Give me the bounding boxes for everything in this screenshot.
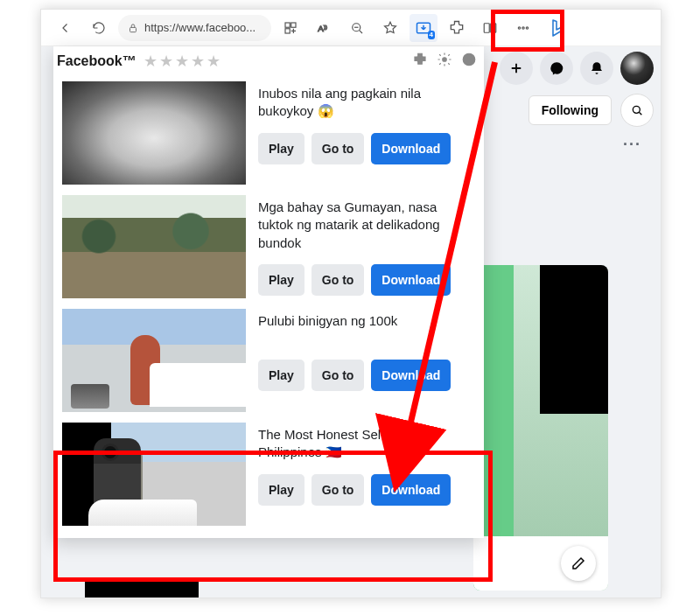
extensions-button[interactable] <box>443 14 471 42</box>
video-item: Inubos nila ang pagkain nila bukoykoy 😱 … <box>53 76 484 190</box>
bottom-strip <box>85 578 199 598</box>
fb-profile-actions: Following <box>528 94 654 127</box>
download-button[interactable]: Download <box>371 360 451 391</box>
more-button[interactable] <box>509 14 537 42</box>
video-thumbnail[interactable] <box>62 195 246 298</box>
panel-title: Facebook™ <box>57 53 136 69</box>
video-item: The Most Honest Seller in the Philippine… <box>53 417 484 531</box>
download-button[interactable]: Download <box>371 264 451 296</box>
play-button[interactable]: Play <box>258 133 304 164</box>
svg-rect-2 <box>291 23 296 27</box>
favorites-button[interactable] <box>376 14 404 42</box>
fb-top-actions <box>500 52 661 85</box>
zoom-out-button[interactable] <box>343 14 371 42</box>
split-screen-button[interactable] <box>476 14 504 42</box>
following-button[interactable]: Following <box>528 95 612 125</box>
video-item: Pulubi binigyan ng 100k Play Go to Downl… <box>53 304 484 417</box>
svg-point-12 <box>526 26 528 28</box>
lock-icon <box>127 22 139 34</box>
refresh-button[interactable] <box>85 14 113 42</box>
svg-rect-9 <box>491 23 496 32</box>
video-thumbnail[interactable] <box>62 81 246 185</box>
goto-button[interactable]: Go to <box>312 360 365 391</box>
edit-post-button[interactable] <box>561 546 596 581</box>
post-menu-button[interactable]: ··· <box>623 136 641 154</box>
post-video-region[interactable] <box>540 265 608 414</box>
notifications-button[interactable] <box>580 52 613 85</box>
panel-header: Facebook™ ★★★★★ <box>53 46 484 76</box>
browser-toolbar: https://www.faceboo... A)) 4 <box>41 10 661 46</box>
video-thumbnail[interactable] <box>62 309 246 412</box>
play-button[interactable]: Play <box>258 360 304 391</box>
video-title: Inubos nila ang pagkain nila bukoykoy 😱 <box>258 85 475 121</box>
browser-window: https://www.faceboo... A)) 4 <box>40 9 662 598</box>
bing-button[interactable] <box>542 13 572 43</box>
svg-point-10 <box>518 26 520 28</box>
svg-text:)): )) <box>324 24 327 29</box>
rating-stars[interactable]: ★★★★★ <box>144 52 221 71</box>
video-title: The Most Honest Seller in the Philippine… <box>258 426 475 462</box>
video-title: Mga bahay sa Gumayan, nasa tuktok ng mat… <box>258 199 475 252</box>
panel-puzzle-icon[interactable] <box>412 52 428 71</box>
following-label: Following <box>542 103 598 117</box>
svg-point-13 <box>633 106 640 113</box>
play-button[interactable]: Play <box>258 474 304 506</box>
read-aloud-button[interactable]: A)) <box>310 14 338 42</box>
fb-post <box>473 265 608 591</box>
video-thumbnail[interactable] <box>62 423 246 526</box>
create-button[interactable] <box>500 52 533 85</box>
svg-rect-3 <box>285 28 290 32</box>
downloader-panel: Facebook™ ★★★★★ Inubos nila ang pagkain … <box>53 46 484 538</box>
post-footer <box>473 536 608 591</box>
svg-rect-1 <box>285 23 290 27</box>
svg-point-14 <box>443 58 447 62</box>
download-button[interactable]: Download <box>371 474 451 506</box>
profile-search-button[interactable] <box>620 94 654 127</box>
back-button[interactable] <box>52 14 80 42</box>
apps-button[interactable] <box>276 14 304 42</box>
download-button[interactable]: Download <box>371 133 451 164</box>
video-item: Mga bahay sa Gumayan, nasa tuktok ng mat… <box>53 190 484 304</box>
goto-button[interactable]: Go to <box>312 474 365 506</box>
video-title: Pulubi binigyan ng 100k <box>258 312 475 347</box>
extension-badge: 4 <box>428 31 435 39</box>
downloader-extension-button[interactable]: 4 <box>410 14 438 42</box>
svg-point-11 <box>522 26 524 28</box>
svg-text:A: A <box>318 23 324 32</box>
goto-button[interactable]: Go to <box>312 133 365 164</box>
play-button[interactable]: Play <box>258 264 304 296</box>
messenger-button[interactable] <box>540 52 573 85</box>
url-text: https://www.faceboo... <box>144 21 256 34</box>
svg-rect-0 <box>130 27 136 31</box>
page-content: Following ··· Facebook™ ★★★★★ <box>41 46 661 598</box>
account-avatar[interactable] <box>620 52 654 85</box>
panel-gear-icon[interactable] <box>437 52 452 71</box>
goto-button[interactable]: Go to <box>312 264 365 296</box>
address-bar[interactable]: https://www.faceboo... <box>118 15 271 41</box>
panel-help-icon[interactable] <box>461 52 477 71</box>
svg-rect-8 <box>484 23 489 32</box>
